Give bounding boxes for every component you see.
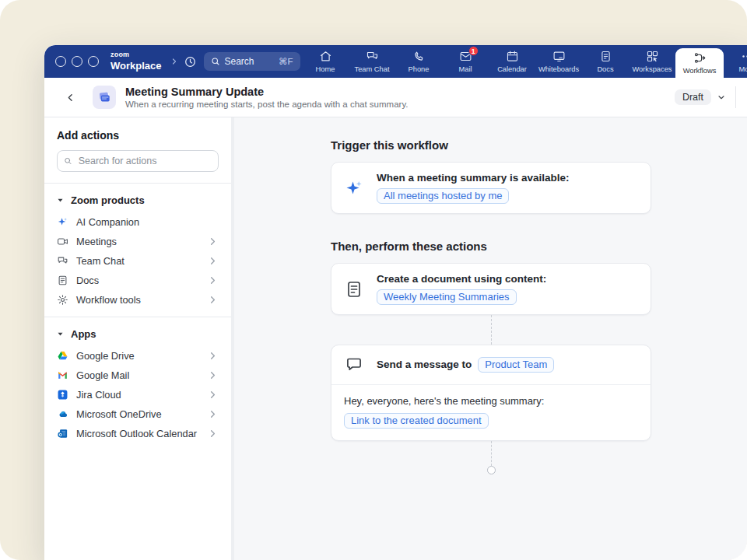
- chevron-right-icon[interactable]: [170, 57, 179, 66]
- whiteboards-icon: [552, 50, 566, 63]
- action-chip[interactable]: Weekly Meeting Summaries: [377, 289, 517, 305]
- history-icon[interactable]: [184, 55, 197, 68]
- mail-icon: 1: [459, 50, 472, 63]
- caret-down-icon: [57, 331, 64, 338]
- onedrive-icon: [57, 408, 68, 420]
- chevron-right-icon: [207, 255, 219, 267]
- recipient-chip[interactable]: Product Team: [478, 357, 554, 373]
- section-apps[interactable]: Apps: [44, 326, 231, 346]
- nav-item-home[interactable]: Home: [302, 45, 349, 78]
- chevron-right-icon: [207, 389, 219, 401]
- connector-line: [491, 441, 492, 466]
- google-mail-icon: [57, 369, 68, 381]
- workflows-icon: [693, 51, 707, 65]
- home-icon: [319, 50, 332, 63]
- trigger-card[interactable]: When a meeting summary is available: All…: [331, 162, 651, 214]
- sidebar-item-meetings[interactable]: Meetings: [44, 232, 231, 251]
- chevron-right-icon: [207, 369, 219, 381]
- back-button[interactable]: [60, 87, 80, 107]
- caret-down-icon: [57, 197, 64, 204]
- search-label: Search: [225, 56, 254, 67]
- nav-item-workflows[interactable]: Workflows: [675, 48, 724, 78]
- window-control-icon[interactable]: [72, 56, 82, 67]
- workflow-header: Meeting Summary Update When a recurring …: [44, 78, 747, 117]
- search-input[interactable]: [77, 155, 212, 167]
- connector-end-node[interactable]: [487, 466, 496, 474]
- nav-item-workspaces[interactable]: Workspaces: [629, 45, 675, 78]
- document-icon: [344, 280, 364, 299]
- ai-sparkle-icon: [344, 179, 364, 198]
- meetings-icon: [57, 236, 68, 247]
- nav-item-team-chat[interactable]: Team Chat: [349, 45, 395, 78]
- sidebar-item-workflow-tools[interactable]: Workflow tools: [44, 290, 231, 310]
- chevron-right-icon: [207, 408, 219, 420]
- workspaces-icon: [646, 50, 659, 63]
- sidebar-item-ai-companion[interactable]: AI Companion: [44, 212, 231, 232]
- trigger-heading: Trigger this workflow: [331, 138, 651, 152]
- nav-item-docs[interactable]: Docs: [582, 45, 629, 78]
- docs-icon: [599, 50, 612, 63]
- gear-icon: [57, 294, 68, 306]
- phone-icon: [412, 50, 426, 63]
- chevron-right-icon: [207, 294, 219, 306]
- action-card-create-document[interactable]: Create a document using content: Weekly …: [331, 263, 651, 315]
- nav-item-mail[interactable]: 1 Mail: [442, 45, 489, 78]
- nav-items: Home Team Chat Phone 1 Mail: [302, 45, 747, 78]
- page-background: zoomWorkplace Search ⌘F Home: [0, 0, 747, 560]
- chevron-down-icon[interactable]: [717, 93, 726, 102]
- sidebar-item-google-drive[interactable]: Google Drive: [44, 346, 231, 366]
- chevron-right-icon: [207, 236, 219, 247]
- google-drive-icon: [57, 350, 68, 362]
- chevron-right-icon: [207, 350, 219, 362]
- sidebar-item-jira-cloud[interactable]: Jira Cloud: [44, 385, 231, 404]
- sidebar-title: Add actions: [44, 129, 231, 142]
- page-subtitle: When a recurring meeting starts, post th…: [125, 100, 409, 109]
- jira-icon: [57, 389, 68, 401]
- sidebar-item-microsoft-onedrive[interactable]: Microsoft OneDrive: [44, 404, 231, 424]
- nav-item-more[interactable]: More: [724, 45, 747, 78]
- calendar-icon: [506, 50, 519, 63]
- chevron-right-icon: [207, 275, 219, 286]
- chevron-right-icon: [207, 428, 219, 439]
- docs-icon: [57, 275, 68, 286]
- page-title: Meeting Summary Update: [125, 86, 409, 98]
- window-control-icon[interactable]: [88, 56, 99, 67]
- team-chat-icon: [366, 50, 379, 63]
- more-icon: [741, 50, 747, 63]
- connector-line: [491, 315, 492, 345]
- header-divider: [735, 86, 736, 108]
- top-nav-bar: zoomWorkplace Search ⌘F Home: [44, 45, 747, 78]
- action-title: Create a document using content:: [377, 273, 546, 285]
- sidebar-item-google-mail[interactable]: Google Mail: [44, 366, 231, 385]
- app-window: zoomWorkplace Search ⌘F Home: [44, 45, 747, 560]
- action-title: Send a message to: [377, 359, 472, 370]
- global-search-button[interactable]: Search ⌘F: [204, 52, 300, 71]
- section-zoom-products[interactable]: Zoom products: [44, 192, 231, 212]
- nav-item-calendar[interactable]: Calendar: [489, 45, 535, 78]
- window-control-icon[interactable]: [55, 56, 66, 67]
- search-icon: [64, 156, 72, 166]
- outlook-calendar-icon: [57, 428, 68, 439]
- action-card-send-message[interactable]: Send a message toProduct Team Hey, every…: [331, 345, 651, 441]
- trigger-chip[interactable]: All meetings hosted by me: [377, 188, 509, 204]
- sidebar-divider: [44, 317, 231, 317]
- status-badge[interactable]: Draft: [675, 89, 711, 105]
- nav-item-phone[interactable]: Phone: [395, 45, 442, 78]
- sidebar-divider: [44, 183, 231, 184]
- trigger-title: When a meeting summary is available:: [377, 172, 570, 184]
- ai-companion-icon: [57, 216, 68, 228]
- actions-search-field[interactable]: [57, 150, 219, 172]
- message-body-text: Hey, everyone, here's the meeting summar…: [344, 395, 638, 407]
- document-link-chip[interactable]: Link to the created document: [344, 413, 489, 429]
- search-shortcut: ⌘F: [279, 56, 293, 67]
- workflow-canvas: Trigger this workflow When a meeting sum…: [234, 117, 747, 560]
- team-chat-icon: [57, 255, 68, 267]
- sidebar-item-microsoft-outlook-calendar[interactable]: Microsoft Outlook Calendar: [44, 424, 231, 443]
- workflow-app-icon: [93, 86, 116, 109]
- chat-bubble-icon: [344, 355, 364, 374]
- sidebar-item-team-chat[interactable]: Team Chat: [44, 251, 231, 271]
- mail-badge: 1: [468, 46, 479, 56]
- zoom-workplace-logo: zoomWorkplace: [110, 51, 162, 72]
- sidebar-item-docs[interactable]: Docs: [44, 271, 231, 290]
- nav-item-whiteboards[interactable]: Whiteboards: [535, 45, 582, 78]
